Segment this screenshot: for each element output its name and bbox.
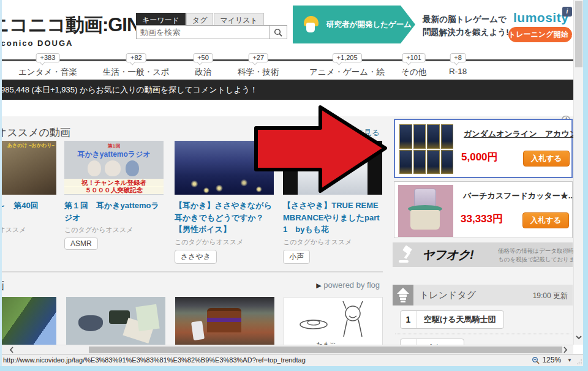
horizontal-scrollbar[interactable] — [0, 345, 573, 354]
video-tag-pill[interactable]: ささやき — [175, 250, 217, 264]
dotted-separator — [395, 334, 571, 334]
nav-category-life[interactable]: +82 生活・一般・スポ — [103, 67, 170, 78]
nav-label: 政治 — [195, 67, 211, 77]
zoom-control[interactable]: 125% ▼ — [532, 356, 572, 364]
ad-headline-line2: 問題解決力を鍛えよう! — [423, 26, 509, 39]
powered-by-flog-link[interactable]: ▶ powered by flog — [270, 280, 380, 290]
nav-category-science[interactable]: +27 科学・技術 — [238, 67, 279, 78]
search-button[interactable] — [270, 25, 287, 39]
auction-item[interactable]: ガンダムオンライン アカウント 5,000円 入札する — [394, 119, 573, 178]
video-card[interactable]: 第1回 耳かきyattemoラジオ 祝！チャンネル登録者 ５０００人突破記念 第… — [64, 141, 164, 250]
video-title[interactable]: 【耳かき】ささやきながら耳かきでもどうですか？【男性ボイス】 — [175, 200, 274, 236]
trend-rank: 1 — [401, 311, 417, 328]
zoom-magnifier-icon — [532, 356, 540, 364]
nav-label: エンタメ・音楽 — [18, 67, 77, 77]
auction-item[interactable]: バーチカスフードカッター★... 33,333円 入札する — [394, 181, 573, 238]
vertical-scrollbar[interactable] — [573, 0, 583, 345]
resize-grip[interactable] — [577, 359, 582, 364]
gavel-icon — [398, 245, 417, 264]
nav-category-r18[interactable]: +8 R-18 — [449, 67, 467, 76]
video-tag-pill[interactable]: ASMR — [64, 238, 98, 250]
trend-tags-header: トレンドタグ 19:00 更新 — [393, 285, 573, 305]
ad-banner: 研究者が開発したゲーム — [293, 6, 415, 43]
auction-price: 33,333円 — [461, 212, 503, 226]
scroll-left-icon[interactable] — [7, 346, 16, 354]
nav-category-anime[interactable]: +1,205 アニメ・ゲーム・絵 — [309, 67, 385, 78]
trend-up-arrow-icon — [393, 285, 413, 305]
auction-title[interactable]: ガンダムオンライン アカウント — [464, 129, 573, 140]
video-subtitle: このタグからオススメ — [64, 225, 164, 234]
lumosity-wordmark: lumosity — [513, 10, 568, 25]
window-border-bottom — [0, 366, 588, 371]
yahoo-auction-bar: ヤフオク! 価格等の情報はデータ取得時点の ものを税抜で記載しております。 — [393, 242, 573, 267]
zoom-dropdown-icon[interactable]: ▼ — [567, 358, 572, 363]
video-thumbnail[interactable] — [66, 297, 165, 345]
auction-thumbnail[interactable] — [399, 123, 454, 175]
nav-label: アニメ・ゲーム・絵 — [309, 67, 385, 77]
thumbnail-overlay-text: あさのけ ~おかわり~ — [7, 143, 55, 149]
logo-sub-text: niconico DOUGA — [0, 39, 164, 48]
nav-category-politics[interactable]: +50 政治 — [195, 67, 211, 78]
scroll-right-icon[interactable] — [561, 346, 570, 354]
yahoo-auction-note: 価格等の情報はデータ取得時点の ものを税抜で記載しております。 — [498, 247, 573, 264]
window-border-right — [583, 0, 588, 371]
video-subtitle: このタグからオススメ — [283, 238, 382, 247]
video-subtitle: このタグからオススメ — [175, 238, 274, 247]
video-title[interactable]: あさのけ ～ 第40回 【放発足】 — [0, 200, 56, 223]
ad-banner-text: 研究者が開発したゲーム — [326, 20, 412, 30]
ad-cta-button[interactable]: トレーニング開始 → — [508, 27, 572, 42]
horizontal-scrollbar-thumb[interactable] — [89, 347, 562, 353]
video-thumbnail[interactable]: たまご — [284, 297, 383, 345]
search-icon — [274, 28, 282, 37]
nav-label: 生活・一般・スポ — [103, 67, 170, 77]
page-viewport: ニコニコ動画:GINZA niconico DOUGA キーワード タグ マイリ… — [0, 0, 573, 345]
trend-rank: 2 — [401, 339, 417, 345]
scroll-down-icon[interactable] — [575, 332, 583, 343]
thumbnail-overlay-text: 第1回 — [64, 143, 164, 149]
status-url: http://www.nicovideo.jp/tag/%E3%83%91%E3… — [3, 356, 306, 364]
lumosity-ad[interactable]: 研究者が開発したゲーム 最新の脳トレゲームで 問題解決力を鍛えよう! lumos… — [293, 6, 572, 45]
bid-button[interactable]: 入札する — [522, 212, 569, 228]
nav-badge: +383 — [36, 53, 59, 62]
nav-category-entertainment[interactable]: +383 エンタメ・音楽 — [18, 67, 77, 78]
bid-button[interactable]: 入札する — [523, 151, 570, 167]
powered-by-label: powered by flog — [323, 280, 380, 290]
nav-badge: +101 — [402, 53, 426, 62]
video-card[interactable]: あさのけ ~おかわり~ あさのけ ～ 第40回 【放発足】 このタグからオススメ — [0, 141, 56, 234]
red-annotation-arrow — [251, 103, 390, 196]
trend-tags-title: トレンドタグ — [420, 290, 476, 301]
video-subtitle: このタグからオススメ — [0, 225, 56, 234]
video-count-notice: 985,448 (本日+1,935) からお気に入りの動画を探してコメントしよう… — [0, 80, 573, 100]
thumbnail-overlay-text: ５０００人突破記念 — [64, 186, 164, 194]
category-nav: +383 エンタメ・音楽 +82 生活・一般・スポ +50 政治 +27 科学・… — [0, 59, 573, 80]
recommended-section-title: オススメの動画 — [0, 126, 70, 140]
trend-tag-item[interactable]: 1 空駆ける天馬騎士団 — [400, 310, 504, 329]
video-title[interactable]: 【ささやき】TRUE REMEMBRANCEやりましたpart1 byもも花 — [283, 200, 382, 236]
video-tag-pill[interactable]: 小声 — [283, 250, 310, 264]
search-input[interactable] — [136, 25, 270, 39]
video-title[interactable]: 第１回 耳かきyattemoラジオ — [64, 200, 164, 223]
yahoo-auction-logo[interactable]: ヤフオク! — [422, 247, 473, 263]
nav-label: R-18 — [449, 67, 467, 76]
status-bar: http://www.nicovideo.jp/tag/%E3%83%91%E3… — [0, 354, 583, 366]
gundam-cards-image — [399, 124, 453, 174]
note-line: ものを税抜で記載しております。 — [498, 255, 573, 264]
video-thumbnail[interactable] — [175, 297, 274, 345]
nav-category-other[interactable]: +101 その他 — [401, 67, 426, 78]
triangle-icon: ▶ — [316, 282, 321, 289]
video-thumbnail[interactable] — [0, 297, 56, 345]
vertical-scrollbar-thumb[interactable] — [575, 1, 582, 67]
doodle-drawing — [284, 298, 382, 340]
window-border-left — [0, 0, 2, 366]
video-thumbnail[interactable]: 第1回 耳かきyattemoラジオ 祝！チャンネル登録者 ５０００人突破記念 — [64, 141, 164, 195]
note-line: 価格等の情報はデータ取得時点の — [498, 247, 573, 255]
auction-title[interactable]: バーチカスフードカッター★... — [463, 190, 573, 201]
trend-tag-label[interactable]: 空駆ける天馬騎士団 — [417, 314, 503, 325]
auction-price: 5,000円 — [461, 150, 498, 164]
video-thumbnail[interactable]: あさのけ ~おかわり~ — [0, 141, 56, 195]
ad-info-icon[interactable]: i — [562, 7, 572, 17]
trend-tag-item[interactable]: 2 パチスロ — [400, 339, 464, 345]
thumbnail-overlay-text: 耳かきyattemoラジオ — [64, 149, 164, 160]
auction-thumbnail[interactable] — [398, 185, 453, 237]
search-row — [136, 25, 287, 39]
